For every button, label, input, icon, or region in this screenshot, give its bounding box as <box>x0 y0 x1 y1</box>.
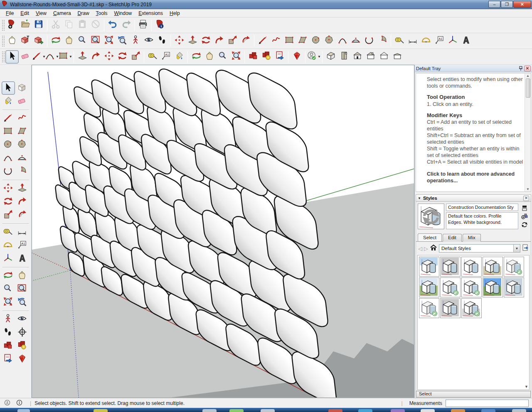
tab-mix[interactable]: Mix <box>463 234 481 242</box>
secondary-pane-icon[interactable] <box>521 204 528 212</box>
ruby-console-button[interactable] <box>290 50 303 64</box>
view-back-button[interactable] <box>377 50 391 64</box>
pie-button[interactable] <box>16 165 29 178</box>
view-iso-button[interactable] <box>324 50 337 64</box>
rotate-button[interactable] <box>199 34 212 48</box>
walk-button[interactable] <box>2 326 15 339</box>
undo-button[interactable] <box>106 19 119 32</box>
protractor-button[interactable] <box>2 239 15 252</box>
text-button[interactable]: A1 <box>433 34 446 48</box>
taskbar-item[interactable] <box>94 409 108 412</box>
style-name-field[interactable]: Construction Documentation Sty <box>446 204 518 211</box>
circle-button[interactable] <box>2 138 15 152</box>
style-thumbnail[interactable] <box>440 277 461 297</box>
share-model-button[interactable] <box>2 353 15 366</box>
text-button[interactable]: A1 <box>159 50 172 64</box>
rotated-rectangle-button[interactable] <box>296 34 309 48</box>
info-icon[interactable] <box>16 400 22 407</box>
instructor-learn-more-link[interactable]: Click to learn about more advanced opera… <box>427 171 524 184</box>
print-button[interactable] <box>136 19 150 32</box>
copy-button[interactable] <box>62 19 76 32</box>
taskbar-item[interactable] <box>328 409 342 412</box>
follow-me-button[interactable] <box>89 50 102 64</box>
protractor-button[interactable] <box>419 34 433 48</box>
extension-warehouse-button[interactable] <box>260 50 273 64</box>
position-camera-button[interactable] <box>2 313 15 326</box>
minimize-button[interactable]: – <box>488 1 500 8</box>
pan-button[interactable] <box>62 34 76 48</box>
tape-measure-button[interactable] <box>2 226 15 239</box>
axes-button[interactable] <box>446 34 459 48</box>
eraser-button[interactable] <box>16 95 29 108</box>
zoom-previous-button[interactable] <box>16 296 29 309</box>
polygon-button[interactable] <box>323 34 336 48</box>
geolocation-icon[interactable] <box>4 400 10 407</box>
select-button[interactable] <box>2 81 15 95</box>
erase-button[interactable] <box>89 19 102 32</box>
axes-button[interactable] <box>2 252 15 265</box>
orbit-button[interactable] <box>2 269 15 282</box>
rectangle-button[interactable] <box>2 125 15 138</box>
view-top-button[interactable] <box>337 50 351 64</box>
offset-button[interactable] <box>239 34 252 48</box>
hand-tool-button[interactable] <box>5 34 19 48</box>
tray-close-icon[interactable]: ✕ <box>524 66 531 71</box>
follow-me-button[interactable] <box>16 195 29 208</box>
paste-button[interactable] <box>76 19 89 32</box>
menu-tools[interactable]: Tools <box>93 10 111 17</box>
style-thumbnail[interactable] <box>461 257 482 277</box>
menu-window[interactable]: Window <box>111 10 135 17</box>
new-file-button[interactable] <box>5 19 19 32</box>
toolbar-grip[interactable] <box>2 35 5 47</box>
arc-button[interactable] <box>2 152 15 165</box>
zoom-button[interactable] <box>216 50 229 64</box>
select-button[interactable] <box>5 50 19 64</box>
zoom-extents-button[interactable] <box>2 296 15 309</box>
line-button[interactable] <box>2 112 15 125</box>
freehand-button[interactable] <box>16 112 29 125</box>
move-button[interactable] <box>2 182 15 195</box>
zoom-extents-button[interactable] <box>229 50 243 64</box>
styles-panel-header[interactable]: ▼ Styles ✕ <box>416 194 531 202</box>
taskbar-item[interactable] <box>391 409 405 412</box>
view-front-button[interactable] <box>351 50 364 64</box>
polygon-button[interactable] <box>16 138 29 152</box>
back-arrow-icon[interactable]: ◁ <box>418 245 422 252</box>
menu-camera[interactable]: Camera <box>50 10 74 17</box>
update-style-icon[interactable] <box>521 221 528 228</box>
warehouse-3d-button[interactable] <box>2 339 15 353</box>
make-component-button[interactable] <box>16 81 29 95</box>
arc-button[interactable]: ▼ <box>45 50 59 64</box>
zoom-extents-button[interactable] <box>102 34 116 48</box>
taskbar-item[interactable] <box>229 409 244 412</box>
viewport-canvas[interactable] <box>32 65 414 397</box>
user-account-button[interactable]: ▼ <box>307 50 320 64</box>
rotated-rectangle-button[interactable] <box>16 125 29 138</box>
dropdown-caret-icon[interactable]: ▼ <box>69 55 72 59</box>
style-thumbnail[interactable] <box>504 277 524 297</box>
offset-button[interactable] <box>16 208 29 222</box>
three-point-arc-button[interactable] <box>362 34 376 48</box>
extension-warehouse-button[interactable] <box>16 339 29 353</box>
home-icon[interactable] <box>430 244 437 253</box>
taskbar-item[interactable] <box>481 409 495 412</box>
text-button[interactable]: A1 <box>16 239 29 252</box>
zoom-button[interactable] <box>2 282 15 296</box>
instructor-scrollbar[interactable]: ▲ ▼ <box>525 74 531 191</box>
redo-button[interactable] <box>119 19 133 32</box>
taskbar-item[interactable] <box>202 409 217 412</box>
look-around-button[interactable] <box>142 34 155 48</box>
3d-viewport[interactable] <box>32 65 414 398</box>
taskbar-item[interactable] <box>421 409 435 412</box>
share-model-button[interactable] <box>273 50 286 64</box>
zoom-window-button[interactable] <box>16 282 29 296</box>
three-point-arc-button[interactable] <box>2 165 15 178</box>
tape-measure-button[interactable] <box>146 50 159 64</box>
style-thumbnail[interactable] <box>419 277 439 297</box>
taskbar-item[interactable] <box>261 409 275 412</box>
taskbar-item[interactable] <box>451 409 465 412</box>
model-info-button[interactable]: i <box>153 19 167 32</box>
dimension-button[interactable] <box>406 34 419 48</box>
scroll-up-icon[interactable]: ▲ <box>526 74 530 78</box>
menu-view[interactable]: View <box>32 10 50 17</box>
